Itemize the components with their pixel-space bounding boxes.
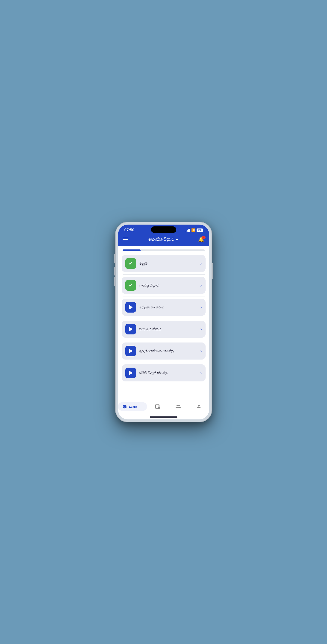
nav-item-community[interactable] xyxy=(168,404,188,409)
menu-button[interactable] xyxy=(123,238,128,242)
nav-label-learn: Learn xyxy=(129,405,137,408)
lesson-left-3: දෝලන හා තරංග xyxy=(125,302,164,312)
lesson-title-1: මිනුම් xyxy=(139,262,147,266)
lesson-icon-video-4 xyxy=(125,324,136,334)
menu-line-2 xyxy=(123,239,128,240)
lesson-chevron-3: › xyxy=(200,305,202,310)
app-header: භෞතික විද්‍යාව ▾ 🔔 1 xyxy=(118,234,209,246)
lesson-chevron-2: › xyxy=(200,283,202,288)
phone-frame: 07:50 📶 100 භෞතික විද්‍යාව xyxy=(115,222,212,422)
home-bar xyxy=(150,416,177,418)
progress-bar-fill xyxy=(123,250,141,251)
lesson-title-6: ස්ථිති විද්‍යුත් ක්ෂේත්‍ර xyxy=(139,371,168,375)
notification-badge: 1 xyxy=(202,236,206,239)
lesson-chevron-6: › xyxy=(200,370,202,376)
lesson-icon-completed-2: ✓ xyxy=(125,280,136,291)
lesson-item-4[interactable]: තාප භෞතිකය › xyxy=(122,320,206,338)
bottom-navigation: Learn ? xyxy=(118,400,209,416)
lesson-item-3[interactable]: දෝලන හා තරංග › xyxy=(122,299,206,316)
lesson-item-1[interactable]: ✓ මිනුම් › xyxy=(122,255,206,272)
separator-5 xyxy=(123,362,205,362)
header-title-row[interactable]: භෞතික විද්‍යාව ▾ xyxy=(148,237,178,242)
lesson-title-3: දෝලන හා තරංග xyxy=(139,305,164,309)
separator-4 xyxy=(123,340,205,340)
lesson-left-6: ස්ථිති විද්‍යුත් ක්ෂේත්‍ර xyxy=(125,368,168,378)
lesson-icon-completed-1: ✓ xyxy=(125,258,136,269)
play-icon-6 xyxy=(129,370,133,375)
status-time: 07:50 xyxy=(124,228,134,232)
play-icon-5 xyxy=(129,349,133,353)
lesson-item-5[interactable]: ගුරුත්වාකර්ෂණ ක්ෂේත්‍ර › xyxy=(122,342,206,360)
separator-1 xyxy=(123,274,205,274)
svg-text:?: ? xyxy=(158,408,159,409)
lesson-item-6[interactable]: ස්ථිති විද්‍යුත් ක්ෂේත්‍ර › xyxy=(122,364,206,382)
lesson-item-2[interactable]: ✓ යාන්ත්‍ර විද්‍යාව › xyxy=(122,277,206,294)
progress-section xyxy=(118,246,209,253)
lesson-chevron-5: › xyxy=(200,349,202,354)
lesson-title-4: තාප භෞතිකය xyxy=(139,327,161,331)
check-icon-2: ✓ xyxy=(129,282,133,288)
header-title: භෞතික විද්‍යාව xyxy=(148,237,174,242)
lesson-icon-video-3 xyxy=(125,302,136,312)
separator-3 xyxy=(123,318,205,318)
menu-line-1 xyxy=(123,238,128,238)
status-icons: 📶 100 xyxy=(186,228,203,232)
home-indicator xyxy=(118,416,209,420)
wifi-icon: 📶 xyxy=(191,228,195,232)
lesson-list: ✓ මිනුම් › ✓ යාන්ත්‍ර විද්‍යාව › xyxy=(118,253,209,400)
lesson-left-2: ✓ යාන්ත්‍ර විද්‍යාව xyxy=(125,280,159,291)
lesson-left-1: ✓ මිනුම් xyxy=(125,258,147,269)
lesson-chevron-4: › xyxy=(200,327,202,332)
play-icon-4 xyxy=(129,327,133,332)
community-icon xyxy=(175,404,181,409)
progress-bar-background xyxy=(123,250,205,251)
check-icon-1: ✓ xyxy=(129,260,133,266)
lesson-title-5: ගුරුත්වාකර්ෂණ ක්ෂේත්‍ර xyxy=(139,349,174,353)
play-icon-3 xyxy=(129,305,133,310)
lesson-icon-video-6 xyxy=(125,368,136,378)
notification-bell-button[interactable]: 🔔 1 xyxy=(198,236,204,242)
lesson-left-5: ගුරුත්වාකර්ෂණ ක්ෂේත්‍ර xyxy=(125,346,174,356)
lesson-left-4: තාප භෞතිකය xyxy=(125,324,161,334)
nav-item-quiz[interactable]: ? xyxy=(147,404,168,409)
menu-line-3 xyxy=(123,241,128,242)
graduation-cap-icon xyxy=(122,404,127,409)
profile-icon xyxy=(196,404,202,409)
lesson-chevron-1: › xyxy=(200,261,202,266)
lesson-icon-video-5 xyxy=(125,346,136,356)
lesson-title-2: යාන්ත්‍ර විද්‍යාව xyxy=(139,283,159,288)
phone-screen: 07:50 📶 100 භෞතික විද්‍යාව xyxy=(118,224,209,420)
separator-2 xyxy=(123,296,205,296)
signal-bars-icon xyxy=(186,228,190,232)
battery-icon: 100 xyxy=(197,228,203,232)
chevron-down-icon: ▾ xyxy=(176,238,178,242)
quiz-icon: ? xyxy=(155,404,160,409)
nav-item-learn[interactable]: Learn xyxy=(118,402,147,411)
dynamic-island xyxy=(151,226,176,233)
nav-item-profile[interactable] xyxy=(188,404,209,409)
